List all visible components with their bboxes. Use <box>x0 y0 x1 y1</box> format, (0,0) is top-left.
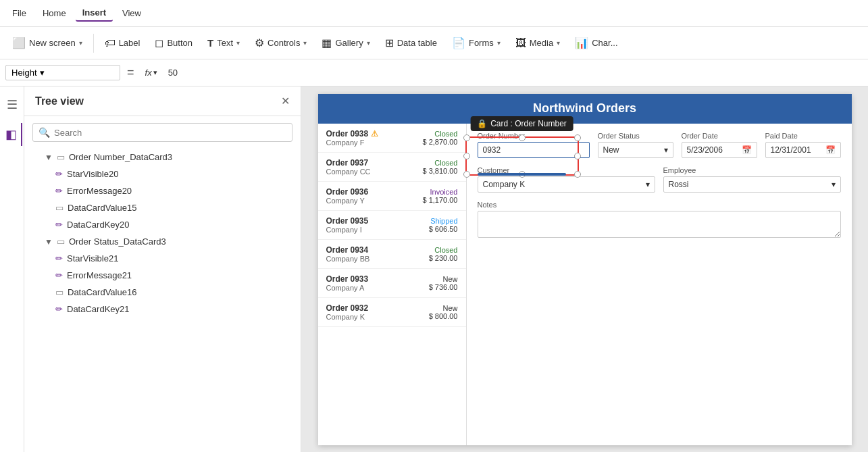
order-row-0936[interactable]: Order 0936 Company Y Invoiced $ 1,170.00 <box>318 182 466 211</box>
form-icon-status: ▭ <box>57 236 65 247</box>
order-row-0932[interactable]: Order 0932 Company K New $ 800.00 <box>318 298 466 327</box>
tree-label-starvisible20: StarVisible20 <box>67 169 118 179</box>
label-icon-star20: ✏ <box>55 169 63 179</box>
canvas-area: Northwind Orders Order 0938 ⚠ Company F <box>301 86 868 452</box>
data-icon-dcv15: ▭ <box>55 203 63 213</box>
employee-chevron: ▾ <box>832 180 836 189</box>
search-input[interactable] <box>54 128 286 138</box>
text-button[interactable]: T Text ▾ <box>201 34 247 52</box>
order-number-input[interactable] <box>478 142 590 158</box>
sidebar: Tree view ✕ 🔍 ▼ ▭ Order Number_DataCard3… <box>24 86 301 452</box>
controls-button[interactable]: ⚙ Controls ▾ <box>248 33 313 53</box>
order-row-0937[interactable]: Order 0937 Company CC Closed $ 3,810.00 <box>318 153 466 182</box>
customer-select[interactable]: Company K ▾ <box>478 176 655 193</box>
media-button[interactable]: 🖼 Media ▾ <box>509 34 567 53</box>
expand-icon-status[interactable]: ▼ <box>45 237 53 247</box>
property-name: Height <box>11 68 37 78</box>
order-row-0933[interactable]: Order 0933 Company A New $ 736.00 <box>318 269 466 298</box>
tree-label-datacardvalue16: DataCardValue16 <box>68 287 136 297</box>
chart-icon: 📊 <box>575 36 588 49</box>
order-status-0934: Closed <box>429 246 458 254</box>
order-date-input[interactable]: 5/23/2006 📅 <box>682 142 757 158</box>
order-date-field: Order Date 5/23/2006 📅 <box>682 132 757 158</box>
order-num-0932: Order 0932 <box>326 303 369 313</box>
media-icon: 🖼 <box>515 37 526 49</box>
sidebar-close-button[interactable]: ✕ <box>281 95 290 107</box>
expand-icon[interactable]: ▼ <box>45 153 53 162</box>
label-icon-dck20: ✏ <box>55 220 63 230</box>
employee-value: Rossi <box>669 180 689 189</box>
hamburger-icon[interactable]: ☰ <box>3 93 22 116</box>
chart-button[interactable]: 📊 Char... <box>568 33 624 53</box>
calendar-icon-paid: 📅 <box>825 145 836 155</box>
detail-row-2: Customer Company K ▾ Employee Rossi ▾ <box>478 166 841 193</box>
tree-item-starvisible21[interactable]: ✏ StarVisible21 <box>24 250 301 267</box>
tree-item-order-status-datacard[interactable]: ▼ ▭ Order Status_DataCard3 <box>24 233 301 250</box>
forms-button[interactable]: 📄 Forms ▾ <box>445 33 507 53</box>
tree-label-datacardkey21: DataCardKey21 <box>67 304 130 314</box>
tree-item-order-number-datacard[interactable]: ▼ ▭ Order Number_DataCard3 <box>24 149 301 166</box>
tree-item-datacardkey21[interactable]: ✏ DataCardKey21 <box>24 301 301 318</box>
tree-item-starvisible20[interactable]: ✏ StarVisible20 <box>24 166 301 182</box>
new-screen-label: New screen <box>29 38 76 48</box>
app-header: Northwind Orders <box>318 94 852 124</box>
order-list: Order 0938 ⚠ Company F Closed $ 2,870.00 <box>318 124 467 445</box>
controls-icon: ⚙ <box>255 36 264 49</box>
equals-sign: = <box>124 66 137 80</box>
toolbar: ⬜ New screen ▾ 🏷 Label ◻ Button T Text ▾… <box>0 27 868 59</box>
gallery-button[interactable]: ▦ Gallery ▾ <box>315 33 376 53</box>
tree-item-datacardvalue15[interactable]: ▭ DataCardValue15 <box>24 199 301 216</box>
detail-row-1: Order Number Order Status New ▾ <box>478 132 841 158</box>
label-icon-err20: ✏ <box>55 186 63 196</box>
app-title: Northwind Orders <box>533 101 636 116</box>
label-icon: 🏷 <box>105 37 116 49</box>
label-button[interactable]: 🏷 Label <box>98 34 147 53</box>
fx-label: fx <box>145 68 152 78</box>
order-row-0935[interactable]: Order 0935 Company I Shipped $ 606.50 <box>318 211 466 240</box>
new-screen-button[interactable]: ⬜ New screen ▾ <box>5 33 89 53</box>
button-button[interactable]: ◻ Button <box>148 33 199 53</box>
menu-file[interactable]: File <box>5 5 33 21</box>
text-chevron: ▾ <box>236 39 240 47</box>
formula-value[interactable]: 50 <box>165 68 178 78</box>
order-date-value: 5/23/2006 <box>687 145 723 155</box>
tree-item-errormessage20[interactable]: ✏ ErrorMessage20 <box>24 182 301 199</box>
fx-button[interactable]: fx ▾ <box>141 66 161 79</box>
tree-item-errormessage21[interactable]: ✏ ErrorMessage21 <box>24 267 301 284</box>
order-date-label: Order Date <box>682 132 757 140</box>
menu-view[interactable]: View <box>116 5 148 21</box>
paid-date-input[interactable]: 12/31/2001 📅 <box>765 142 841 158</box>
notes-input[interactable] <box>478 211 841 238</box>
search-box[interactable]: 🔍 <box>32 123 292 142</box>
order-company-0932: Company K <box>326 313 369 321</box>
fx-chevron: ▾ <box>153 68 157 77</box>
order-company-0935: Company I <box>326 226 369 234</box>
order-num-0938: Order 0938 ⚠ <box>326 129 379 139</box>
app-content: Order 0938 ⚠ Company F Closed $ 2,870.00 <box>318 124 852 445</box>
order-row-0938[interactable]: Order 0938 ⚠ Company F Closed $ 2,870.00 <box>318 124 466 153</box>
order-status-select[interactable]: New ▾ <box>598 142 673 158</box>
customer-label: Customer <box>478 166 655 174</box>
tree-item-datacardvalue16[interactable]: ▭ DataCardValue16 <box>24 284 301 301</box>
customer-field: Customer Company K ▾ <box>478 166 655 193</box>
data-table-btn-label: Data table <box>397 38 437 48</box>
tree-item-datacardkey20[interactable]: ✏ DataCardKey20 <box>24 216 301 233</box>
property-chevron: ▾ <box>40 68 45 78</box>
controls-chevron: ▾ <box>303 39 307 47</box>
layers-icon[interactable]: ◧ <box>1 123 22 146</box>
menu-insert[interactable]: Insert <box>76 5 113 22</box>
order-row-0934[interactable]: Order 0934 Company BB Closed $ 230.00 <box>318 240 466 269</box>
menu-home[interactable]: Home <box>36 5 73 21</box>
label-icon-dck21: ✏ <box>55 304 63 314</box>
property-dropdown[interactable]: Height ▾ <box>5 65 120 80</box>
order-num-0934: Order 0934 <box>326 245 370 255</box>
data-icon-dcv16: ▭ <box>55 287 63 297</box>
data-table-button[interactable]: ⊞ Data table <box>378 33 444 53</box>
tree-label-errormessage20: ErrorMessage20 <box>67 186 132 196</box>
new-screen-chevron: ▾ <box>79 39 82 47</box>
search-icon: 🔍 <box>39 127 50 138</box>
order-amount-0933: $ 736.00 <box>429 283 458 291</box>
tree-label-order-status-datacard: Order Status_DataCard3 <box>69 236 166 247</box>
order-num-0937: Order 0937 <box>326 158 371 168</box>
employee-select[interactable]: Rossi ▾ <box>663 176 841 193</box>
